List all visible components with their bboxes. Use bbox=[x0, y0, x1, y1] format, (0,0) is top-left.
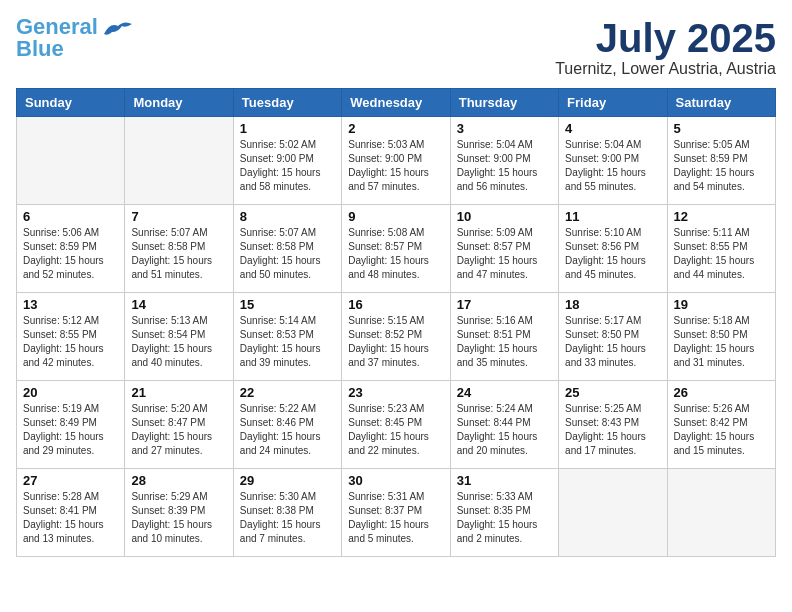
day-number: 14 bbox=[131, 297, 226, 312]
day-number: 1 bbox=[240, 121, 335, 136]
day-cell: 27Sunrise: 5:28 AMSunset: 8:41 PMDayligh… bbox=[17, 469, 125, 557]
day-cell bbox=[125, 117, 233, 205]
day-info: Sunrise: 5:30 AMSunset: 8:38 PMDaylight:… bbox=[240, 490, 335, 546]
day-info: Sunrise: 5:24 AMSunset: 8:44 PMDaylight:… bbox=[457, 402, 552, 458]
weekday-header-saturday: Saturday bbox=[667, 89, 775, 117]
day-cell: 31Sunrise: 5:33 AMSunset: 8:35 PMDayligh… bbox=[450, 469, 558, 557]
day-cell: 23Sunrise: 5:23 AMSunset: 8:45 PMDayligh… bbox=[342, 381, 450, 469]
day-info: Sunrise: 5:07 AMSunset: 8:58 PMDaylight:… bbox=[131, 226, 226, 282]
day-info: Sunrise: 5:33 AMSunset: 8:35 PMDaylight:… bbox=[457, 490, 552, 546]
day-info: Sunrise: 5:05 AMSunset: 8:59 PMDaylight:… bbox=[674, 138, 769, 194]
day-cell: 22Sunrise: 5:22 AMSunset: 8:46 PMDayligh… bbox=[233, 381, 341, 469]
day-cell: 8Sunrise: 5:07 AMSunset: 8:58 PMDaylight… bbox=[233, 205, 341, 293]
week-row-2: 6Sunrise: 5:06 AMSunset: 8:59 PMDaylight… bbox=[17, 205, 776, 293]
day-info: Sunrise: 5:17 AMSunset: 8:50 PMDaylight:… bbox=[565, 314, 660, 370]
day-cell: 14Sunrise: 5:13 AMSunset: 8:54 PMDayligh… bbox=[125, 293, 233, 381]
day-cell bbox=[667, 469, 775, 557]
day-cell bbox=[17, 117, 125, 205]
day-number: 8 bbox=[240, 209, 335, 224]
day-info: Sunrise: 5:12 AMSunset: 8:55 PMDaylight:… bbox=[23, 314, 118, 370]
day-number: 5 bbox=[674, 121, 769, 136]
day-number: 6 bbox=[23, 209, 118, 224]
day-number: 28 bbox=[131, 473, 226, 488]
day-info: Sunrise: 5:22 AMSunset: 8:46 PMDaylight:… bbox=[240, 402, 335, 458]
weekday-header-tuesday: Tuesday bbox=[233, 89, 341, 117]
day-number: 29 bbox=[240, 473, 335, 488]
day-number: 23 bbox=[348, 385, 443, 400]
day-cell: 26Sunrise: 5:26 AMSunset: 8:42 PMDayligh… bbox=[667, 381, 775, 469]
day-info: Sunrise: 5:16 AMSunset: 8:51 PMDaylight:… bbox=[457, 314, 552, 370]
day-number: 2 bbox=[348, 121, 443, 136]
day-number: 13 bbox=[23, 297, 118, 312]
day-number: 11 bbox=[565, 209, 660, 224]
day-number: 17 bbox=[457, 297, 552, 312]
logo-bird-icon bbox=[102, 18, 134, 40]
day-info: Sunrise: 5:03 AMSunset: 9:00 PMDaylight:… bbox=[348, 138, 443, 194]
day-info: Sunrise: 5:07 AMSunset: 8:58 PMDaylight:… bbox=[240, 226, 335, 282]
day-number: 18 bbox=[565, 297, 660, 312]
day-number: 7 bbox=[131, 209, 226, 224]
day-number: 24 bbox=[457, 385, 552, 400]
day-number: 16 bbox=[348, 297, 443, 312]
week-row-3: 13Sunrise: 5:12 AMSunset: 8:55 PMDayligh… bbox=[17, 293, 776, 381]
day-info: Sunrise: 5:08 AMSunset: 8:57 PMDaylight:… bbox=[348, 226, 443, 282]
day-number: 22 bbox=[240, 385, 335, 400]
week-row-4: 20Sunrise: 5:19 AMSunset: 8:49 PMDayligh… bbox=[17, 381, 776, 469]
logo-text: General Blue bbox=[16, 16, 98, 60]
day-cell: 4Sunrise: 5:04 AMSunset: 9:00 PMDaylight… bbox=[559, 117, 667, 205]
weekday-header-wednesday: Wednesday bbox=[342, 89, 450, 117]
day-number: 9 bbox=[348, 209, 443, 224]
day-info: Sunrise: 5:31 AMSunset: 8:37 PMDaylight:… bbox=[348, 490, 443, 546]
day-cell: 5Sunrise: 5:05 AMSunset: 8:59 PMDaylight… bbox=[667, 117, 775, 205]
logo: General Blue bbox=[16, 16, 134, 60]
day-cell: 24Sunrise: 5:24 AMSunset: 8:44 PMDayligh… bbox=[450, 381, 558, 469]
logo-blue: Blue bbox=[16, 36, 64, 61]
day-cell: 11Sunrise: 5:10 AMSunset: 8:56 PMDayligh… bbox=[559, 205, 667, 293]
page-header: General Blue July 2025 Tuernitz, Lower A… bbox=[16, 16, 776, 78]
weekday-header-sunday: Sunday bbox=[17, 89, 125, 117]
day-cell: 3Sunrise: 5:04 AMSunset: 9:00 PMDaylight… bbox=[450, 117, 558, 205]
day-cell: 9Sunrise: 5:08 AMSunset: 8:57 PMDaylight… bbox=[342, 205, 450, 293]
day-info: Sunrise: 5:29 AMSunset: 8:39 PMDaylight:… bbox=[131, 490, 226, 546]
weekday-header-thursday: Thursday bbox=[450, 89, 558, 117]
weekday-header-friday: Friday bbox=[559, 89, 667, 117]
day-cell: 10Sunrise: 5:09 AMSunset: 8:57 PMDayligh… bbox=[450, 205, 558, 293]
day-number: 4 bbox=[565, 121, 660, 136]
day-number: 27 bbox=[23, 473, 118, 488]
week-row-5: 27Sunrise: 5:28 AMSunset: 8:41 PMDayligh… bbox=[17, 469, 776, 557]
weekday-header-row: SundayMondayTuesdayWednesdayThursdayFrid… bbox=[17, 89, 776, 117]
day-number: 31 bbox=[457, 473, 552, 488]
day-number: 26 bbox=[674, 385, 769, 400]
day-info: Sunrise: 5:19 AMSunset: 8:49 PMDaylight:… bbox=[23, 402, 118, 458]
day-info: Sunrise: 5:28 AMSunset: 8:41 PMDaylight:… bbox=[23, 490, 118, 546]
location-title: Tuernitz, Lower Austria, Austria bbox=[555, 60, 776, 78]
day-info: Sunrise: 5:25 AMSunset: 8:43 PMDaylight:… bbox=[565, 402, 660, 458]
day-info: Sunrise: 5:13 AMSunset: 8:54 PMDaylight:… bbox=[131, 314, 226, 370]
week-row-1: 1Sunrise: 5:02 AMSunset: 9:00 PMDaylight… bbox=[17, 117, 776, 205]
day-number: 3 bbox=[457, 121, 552, 136]
day-info: Sunrise: 5:02 AMSunset: 9:00 PMDaylight:… bbox=[240, 138, 335, 194]
day-cell: 1Sunrise: 5:02 AMSunset: 9:00 PMDaylight… bbox=[233, 117, 341, 205]
day-number: 30 bbox=[348, 473, 443, 488]
day-info: Sunrise: 5:18 AMSunset: 8:50 PMDaylight:… bbox=[674, 314, 769, 370]
day-number: 25 bbox=[565, 385, 660, 400]
day-info: Sunrise: 5:09 AMSunset: 8:57 PMDaylight:… bbox=[457, 226, 552, 282]
day-cell: 25Sunrise: 5:25 AMSunset: 8:43 PMDayligh… bbox=[559, 381, 667, 469]
day-number: 15 bbox=[240, 297, 335, 312]
day-cell: 16Sunrise: 5:15 AMSunset: 8:52 PMDayligh… bbox=[342, 293, 450, 381]
day-info: Sunrise: 5:15 AMSunset: 8:52 PMDaylight:… bbox=[348, 314, 443, 370]
day-cell: 20Sunrise: 5:19 AMSunset: 8:49 PMDayligh… bbox=[17, 381, 125, 469]
day-info: Sunrise: 5:26 AMSunset: 8:42 PMDaylight:… bbox=[674, 402, 769, 458]
day-info: Sunrise: 5:04 AMSunset: 9:00 PMDaylight:… bbox=[457, 138, 552, 194]
day-cell: 7Sunrise: 5:07 AMSunset: 8:58 PMDaylight… bbox=[125, 205, 233, 293]
day-cell: 19Sunrise: 5:18 AMSunset: 8:50 PMDayligh… bbox=[667, 293, 775, 381]
weekday-header-monday: Monday bbox=[125, 89, 233, 117]
day-info: Sunrise: 5:14 AMSunset: 8:53 PMDaylight:… bbox=[240, 314, 335, 370]
day-number: 21 bbox=[131, 385, 226, 400]
day-number: 10 bbox=[457, 209, 552, 224]
day-cell: 2Sunrise: 5:03 AMSunset: 9:00 PMDaylight… bbox=[342, 117, 450, 205]
title-block: July 2025 Tuernitz, Lower Austria, Austr… bbox=[555, 16, 776, 78]
day-info: Sunrise: 5:11 AMSunset: 8:55 PMDaylight:… bbox=[674, 226, 769, 282]
day-cell: 18Sunrise: 5:17 AMSunset: 8:50 PMDayligh… bbox=[559, 293, 667, 381]
day-cell: 29Sunrise: 5:30 AMSunset: 8:38 PMDayligh… bbox=[233, 469, 341, 557]
